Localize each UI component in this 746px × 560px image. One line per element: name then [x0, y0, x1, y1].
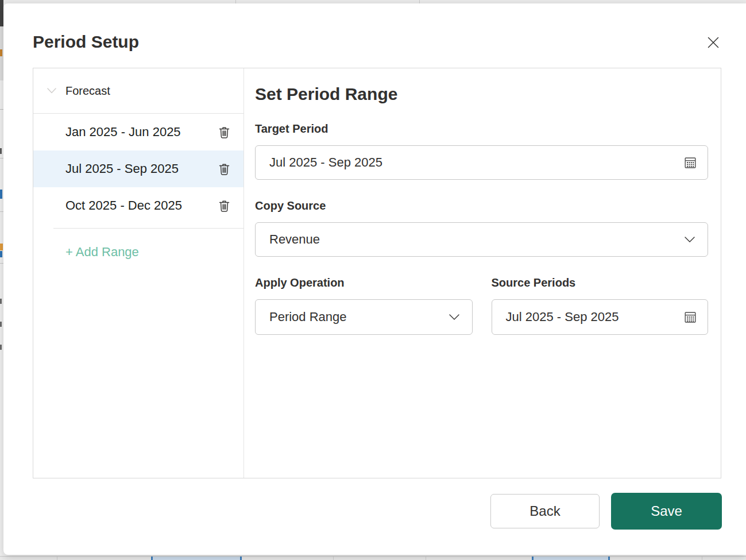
copy-source-label: Copy Source: [255, 198, 708, 213]
range-list-item[interactable]: Jan 2025 - Jun 2025: [33, 114, 243, 150]
source-periods-value: Jul 2025 - Sep 2025: [506, 310, 619, 325]
selected-grid-cell: [151, 557, 242, 560]
forecast-group-header[interactable]: Forecast: [33, 68, 243, 114]
period-setup-dialog: Period Setup Forecast Jan 2025 - Jun 202…: [3, 3, 746, 555]
close-icon: [706, 36, 720, 49]
background-spreadsheet-bottom-row: [0, 556, 746, 560]
background-fragment: [0, 345, 2, 350]
selected-grid-cell: [532, 557, 610, 560]
background-fragment: [0, 322, 2, 327]
form-heading: Set Period Range: [255, 83, 708, 105]
background-fragment: [0, 244, 3, 250]
dialog-title: Period Setup: [33, 32, 139, 52]
add-range-button[interactable]: + Add Range: [65, 245, 139, 260]
copy-source-value: Revenue: [269, 232, 320, 247]
range-label: Jan 2025 - Jun 2025: [65, 125, 218, 140]
copy-source-dropdown[interactable]: Revenue: [255, 222, 708, 257]
grid-column-divider: [702, 557, 702, 560]
dialog-body-panel: Forecast Jan 2025 - Jun 2025 Jul 2025 - …: [33, 68, 721, 478]
group-label: Forecast: [65, 84, 110, 98]
background-fragment: [0, 251, 2, 257]
close-button[interactable]: [704, 33, 722, 52]
target-period-value: Jul 2025 - Sep 2025: [269, 155, 382, 170]
apply-operation-value: Period Range: [269, 310, 347, 325]
calendar-icon[interactable]: [683, 310, 697, 324]
grid-column-divider: [57, 557, 57, 560]
grid-column-divider: [333, 557, 334, 560]
background-fragment: [0, 299, 2, 304]
target-period-label: Target Period: [255, 121, 708, 136]
range-list-item[interactable]: Oct 2025 - Dec 2025: [33, 187, 243, 224]
background-fragment: [0, 49, 2, 56]
calendar-icon[interactable]: [683, 156, 697, 169]
chevron-down-icon: [45, 84, 58, 97]
trash-icon[interactable]: [218, 199, 231, 213]
trash-icon[interactable]: [218, 162, 231, 176]
background-fragment: [0, 148, 2, 154]
screen: Period Setup Forecast Jan 2025 - Jun 202…: [0, 0, 746, 560]
save-button[interactable]: Save: [611, 493, 722, 530]
range-list-item-selected[interactable]: Jul 2025 - Sep 2025: [33, 150, 243, 187]
set-period-range-form: Set Period Range Target Period Jul 2025 …: [245, 68, 721, 478]
chevron-down-icon: [682, 232, 697, 247]
range-label: Jul 2025 - Sep 2025: [65, 161, 218, 176]
chevron-down-icon: [447, 310, 462, 325]
source-periods-field[interactable]: Jul 2025 - Sep 2025: [492, 299, 709, 335]
grid-column-divider: [426, 557, 426, 560]
source-periods-label: Source Periods: [492, 275, 709, 290]
range-list-sidebar: Forecast Jan 2025 - Jun 2025 Jul 2025 - …: [33, 68, 244, 478]
background-fragment: [0, 190, 2, 199]
range-label: Oct 2025 - Dec 2025: [65, 198, 218, 213]
list-divider: [53, 228, 243, 229]
apply-operation-label: Apply Operation: [255, 275, 473, 290]
back-button[interactable]: Back: [490, 494, 600, 528]
apply-operation-dropdown[interactable]: Period Range: [255, 299, 473, 335]
target-period-field[interactable]: Jul 2025 - Sep 2025: [255, 145, 708, 180]
trash-icon[interactable]: [218, 125, 231, 140]
